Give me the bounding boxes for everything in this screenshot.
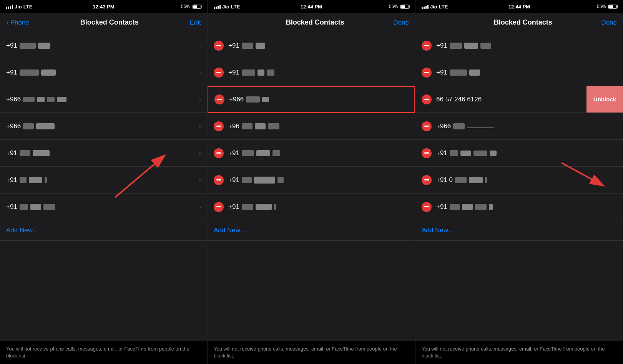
done-button-2[interactable]: Done (393, 19, 409, 26)
blurred-name (258, 69, 264, 76)
blurred-name (450, 43, 462, 49)
contact-number: +91 (436, 203, 617, 211)
list-item[interactable]: +91 (415, 140, 623, 167)
list-item[interactable]: +91 › (0, 167, 207, 194)
list-item[interactable]: +91 › (0, 59, 207, 86)
chevron-right-icon: › (199, 42, 201, 49)
blurred-name (262, 97, 269, 102)
blurred-name (246, 96, 260, 103)
contact-number: +91 (228, 69, 409, 76)
network-label-3: LTE (439, 4, 448, 10)
battery-fill-1 (193, 5, 197, 8)
list-item[interactable]: +96 (208, 113, 415, 140)
network-label-2: LTE (231, 4, 240, 10)
blurred-name (20, 69, 39, 76)
list-item[interactable]: +91 › (0, 140, 207, 167)
list-item[interactable]: +91 (208, 140, 415, 167)
signal-bar (214, 7, 215, 9)
chevron-right-icon: › (199, 96, 201, 103)
nav-bar-2: Blocked Contacts Done (208, 13, 415, 32)
signal-bar (427, 5, 429, 9)
minus-button[interactable] (214, 175, 224, 185)
blurred-name (450, 69, 467, 76)
blurred-name (473, 151, 487, 156)
contact-number: +91 (6, 149, 199, 157)
minus-button[interactable] (422, 94, 432, 104)
add-new-3[interactable]: Add New... (415, 220, 623, 241)
signal-bar (218, 6, 219, 9)
blurred-name (455, 177, 467, 183)
battery-fill-2 (401, 5, 405, 8)
back-button-1[interactable]: ‹ Phone (6, 18, 29, 27)
list-item-highlighted[interactable]: +966 (208, 86, 415, 113)
blurred-name (20, 177, 27, 183)
blurred-name (242, 177, 252, 183)
unblock-button[interactable]: Unblock (586, 86, 623, 113)
page-title-2: Blocked Contacts (286, 18, 344, 26)
signal-bar (6, 7, 7, 9)
signal-bar (216, 7, 217, 9)
list-item-swiped[interactable]: 66 57 246 6126 Unblock (415, 86, 623, 113)
edit-button-1[interactable]: Edit (190, 19, 201, 26)
blurred-name (38, 43, 50, 49)
battery-pct-3: 55% (597, 4, 606, 9)
list-item[interactable]: +966 › (0, 86, 207, 113)
signal-bar (12, 5, 13, 9)
blurred-name (242, 69, 255, 76)
blurred-name (272, 150, 280, 156)
minus-button[interactable] (422, 148, 432, 158)
blurred-name (256, 150, 270, 156)
time-3: 12:44 PM (508, 4, 530, 10)
list-item[interactable]: +91 (208, 32, 415, 59)
blurred-name (485, 177, 487, 183)
blurred-name (242, 150, 254, 156)
add-new-1[interactable]: Add New... (0, 220, 207, 241)
minus-button-highlighted[interactable] (214, 94, 224, 104)
list-item[interactable]: +91 (415, 194, 623, 220)
contact-number: +91 (436, 42, 617, 50)
minus-button[interactable] (422, 202, 432, 212)
list-item[interactable]: +91 (415, 32, 623, 59)
minus-button[interactable] (422, 121, 432, 131)
minus-button[interactable] (422, 68, 432, 78)
contact-number: +91 (436, 69, 617, 76)
carrier-label-3: Jio (430, 4, 437, 10)
list-item[interactable]: +91 › (0, 194, 207, 220)
footer-text-2: You will not receive phone calls, messag… (208, 341, 415, 364)
nav-bar-3: Blocked Contacts Done (415, 13, 623, 32)
minus-button[interactable] (214, 121, 224, 131)
blurred-name (41, 69, 56, 76)
list-item[interactable]: +91 (208, 59, 415, 86)
signal-icon-2 (214, 4, 221, 9)
list-item[interactable]: +91 › (0, 32, 207, 59)
minus-button[interactable] (214, 148, 224, 158)
blurred-name (47, 97, 55, 102)
list-item[interactable]: +91 (415, 59, 623, 86)
time-2: 12:44 PM (301, 4, 322, 10)
minus-button[interactable] (214, 68, 224, 78)
footer-text-3: You will not receive phone calls, messag… (415, 341, 623, 364)
contact-number: +96 (228, 122, 409, 130)
list-item[interactable]: +91 (208, 167, 415, 194)
blurred-name (242, 43, 253, 49)
blurred-name (30, 204, 41, 210)
list-item[interactable]: +966 › (0, 113, 207, 140)
blurred-name (268, 123, 279, 129)
minus-button[interactable] (422, 175, 432, 185)
contact-phone-number: 66 57 246 6126 (436, 96, 580, 103)
list-item[interactable]: +966 (415, 113, 623, 140)
minus-button[interactable] (422, 41, 432, 51)
battery-icon-3 (608, 5, 617, 9)
done-button-3[interactable]: Done (601, 19, 617, 26)
add-new-2[interactable]: Add New... (208, 220, 415, 241)
battery-pct-2: 55% (389, 4, 398, 9)
minus-button[interactable] (214, 41, 224, 51)
status-bar-2: Jio LTE 12:44 PM 55% (208, 0, 415, 13)
blurred-name (255, 123, 266, 129)
minus-button[interactable] (214, 202, 224, 212)
list-item[interactable]: +91 0 (415, 167, 623, 194)
chevron-right-icon: › (199, 204, 201, 210)
list-item[interactable]: +91 (208, 194, 415, 220)
contact-number: +91 (6, 203, 199, 211)
blurred-name (267, 69, 274, 76)
